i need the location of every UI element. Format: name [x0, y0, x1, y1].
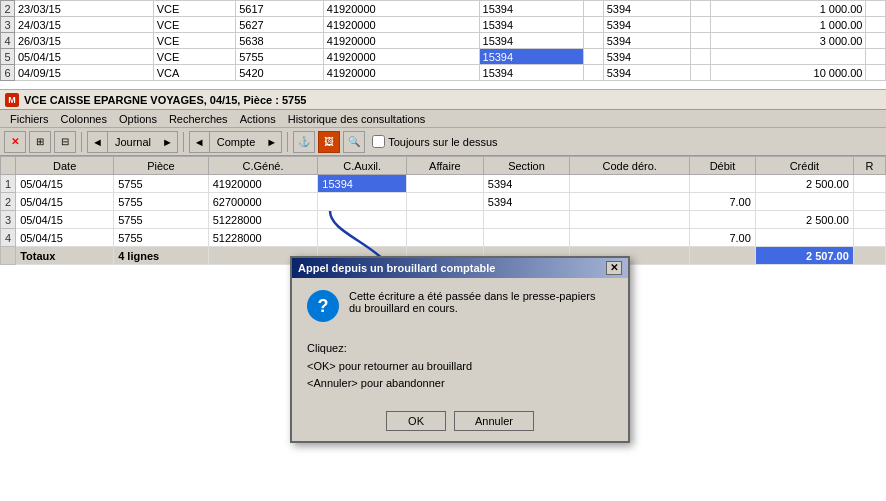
cell-debit: 7.00 — [690, 193, 756, 211]
toolbar: ✕ ⊞ ⊟ ◄ Journal ► ◄ Compte ► ⚓ 🖼 🔍 Toujo… — [0, 128, 886, 156]
zoom-button[interactable]: 🔍 — [343, 131, 365, 153]
cell — [691, 65, 710, 81]
cell: 23/03/15 — [15, 1, 154, 17]
compte-nav-group: ◄ Compte ► — [189, 131, 282, 153]
image-button[interactable]: 🖼 — [318, 131, 340, 153]
cell: 04/09/15 — [15, 65, 154, 81]
grid-button[interactable]: ⊞ — [29, 131, 51, 153]
cell-cauxil — [318, 211, 407, 229]
cell-affaire — [407, 211, 484, 229]
cell: VCE — [153, 33, 235, 49]
table-row: 3 05/04/15 5755 51228000 2 500.00 — [1, 211, 886, 229]
cell — [691, 1, 710, 17]
menu-recherches[interactable]: Recherches — [163, 112, 234, 126]
cell: 41920000 — [323, 1, 479, 17]
dialog-footer-line3: <Annuler> pour abandonner — [307, 375, 613, 393]
row-num: 5 — [1, 49, 15, 65]
cell-r — [853, 175, 885, 193]
cell-section — [483, 211, 569, 229]
top-table-area: 2 23/03/15 VCE 5617 41920000 15394 5394 … — [0, 0, 886, 90]
compte-next-button[interactable]: ► — [262, 132, 281, 152]
cell: 15394 — [479, 17, 584, 33]
cell: 1 000.00 — [710, 17, 866, 33]
cell-cgene: 51228000 — [208, 211, 318, 229]
cell — [691, 49, 710, 65]
cell — [584, 17, 603, 33]
dialog: Appel depuis un brouillard comptable ✕ ?… — [290, 256, 630, 443]
close-button[interactable]: ✕ — [4, 131, 26, 153]
cell: VCA — [153, 65, 235, 81]
anchor-button[interactable]: ⚓ — [293, 131, 315, 153]
dialog-cancel-button[interactable]: Annuler — [454, 411, 534, 431]
grid2-button[interactable]: ⊟ — [54, 131, 76, 153]
cell: 41920000 — [323, 17, 479, 33]
menu-actions[interactable]: Actions — [234, 112, 282, 126]
col-header-affaire: Affaire — [407, 157, 484, 175]
row-num: 2 — [1, 1, 15, 17]
cell-credit: 2 500.00 — [755, 175, 853, 193]
menu-colonnes[interactable]: Colonnes — [55, 112, 113, 126]
cell-piece: 5755 — [114, 211, 209, 229]
cell-credit: 2 500.00 — [755, 211, 853, 229]
cell-piece: 5755 — [114, 175, 209, 193]
cell-cgene: 51228000 — [208, 229, 318, 247]
menu-fichiers[interactable]: Fichiers — [4, 112, 55, 126]
cell: 24/03/15 — [15, 17, 154, 33]
dialog-footer-line2: <OK> pour retourner au brouillard — [307, 358, 613, 376]
main-table: Date Pièce C.Géné. C.Auxil. Affaire Sect… — [0, 156, 886, 265]
dialog-ok-button[interactable]: OK — [386, 411, 446, 431]
dialog-buttons: OK Annuler — [292, 405, 628, 441]
cell-section: 5394 — [483, 193, 569, 211]
always-on-top-input[interactable] — [372, 135, 385, 148]
dialog-body: ? Cette écriture a été passée dans le pr… — [292, 278, 628, 334]
separator2 — [183, 132, 184, 152]
cell: VCE — [153, 17, 235, 33]
col-header-section: Section — [483, 157, 569, 175]
journal-next-button[interactable]: ► — [158, 132, 177, 152]
table-row: 4 05/04/15 5755 51228000 7.00 — [1, 229, 886, 247]
dialog-body-line2: du brouillard en cours. — [349, 302, 595, 314]
compte-label: Compte — [211, 136, 262, 148]
totals-lines: 4 lignes — [114, 247, 209, 265]
cell — [866, 1, 886, 17]
cell — [866, 33, 886, 49]
cell-section: 5394 — [483, 175, 569, 193]
cell: 41920000 — [323, 49, 479, 65]
cell: 5394 — [603, 17, 691, 33]
col-header-r: R — [853, 157, 885, 175]
cell — [866, 17, 886, 33]
cell-debit — [690, 175, 756, 193]
cell: 3 000.00 — [710, 33, 866, 49]
dialog-close-button[interactable]: ✕ — [606, 261, 622, 275]
cell-cauxil — [318, 193, 407, 211]
cell: 10 000.00 — [710, 65, 866, 81]
menu-historique[interactable]: Historique des consultations — [282, 112, 432, 126]
col-header-debit: Débit — [690, 157, 756, 175]
cell — [584, 1, 603, 17]
menu-options[interactable]: Options — [113, 112, 163, 126]
dialog-body-line1: Cette écriture a été passée dans le pres… — [349, 290, 595, 302]
totals-empty6 — [690, 247, 756, 265]
cell-cgene: 41920000 — [208, 175, 318, 193]
cell-highlighted: 15394 — [479, 49, 584, 65]
col-header-date: Date — [16, 157, 114, 175]
col-header-cgene: C.Géné. — [208, 157, 318, 175]
cell: 5617 — [236, 1, 324, 17]
dialog-titlebar: Appel depuis un brouillard comptable ✕ — [292, 258, 628, 278]
cell — [584, 33, 603, 49]
row-num: 1 — [1, 175, 16, 193]
journal-prev-button[interactable]: ◄ — [88, 132, 108, 152]
cell-cgene: 62700000 — [208, 193, 318, 211]
always-on-top-checkbox[interactable]: Toujours sur le dessus — [372, 135, 497, 148]
col-header-cauxil: C.Auxil. — [318, 157, 407, 175]
compte-prev-button[interactable]: ◄ — [190, 132, 210, 152]
cell — [710, 49, 866, 65]
menu-bar: Fichiers Colonnes Options Recherches Act… — [0, 110, 886, 128]
cell: 26/03/15 — [15, 33, 154, 49]
totals-empty7 — [853, 247, 885, 265]
cell-date: 05/04/15 — [16, 229, 114, 247]
cell — [584, 65, 603, 81]
cell-debit — [690, 211, 756, 229]
cell-codedero — [570, 193, 690, 211]
top-table: 2 23/03/15 VCE 5617 41920000 15394 5394 … — [0, 0, 886, 81]
